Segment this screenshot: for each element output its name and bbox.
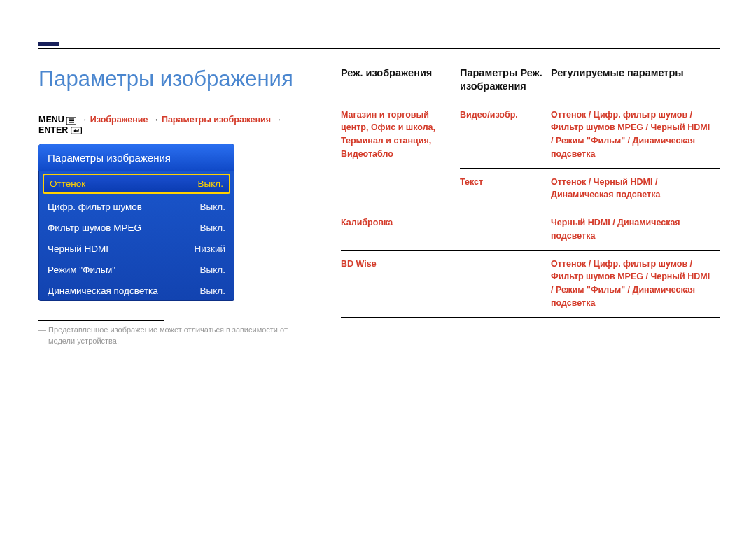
osd-row-value: Выкл. bbox=[200, 223, 225, 233]
table-cell-mode: BD Wise bbox=[341, 250, 460, 317]
breadcrumb-arrow-3: → bbox=[274, 115, 283, 125]
osd-row[interactable]: Динамическая подсветка Выкл. bbox=[38, 280, 234, 301]
enter-icon bbox=[71, 125, 82, 135]
osd-row-value: Выкл. bbox=[198, 178, 223, 189]
osd-row[interactable]: Режим "Фильм" Выкл. bbox=[38, 259, 234, 280]
osd-row-value: Низкий bbox=[195, 244, 225, 254]
table-cell-submode bbox=[460, 209, 551, 251]
osd-row[interactable]: Фильтр шумов MPEG Выкл. bbox=[38, 217, 234, 238]
breadcrumb-arrow-2: → bbox=[150, 115, 162, 125]
parameters-table: Реж. изображения Параметры Реж. изображе… bbox=[341, 66, 720, 318]
table-header-1: Реж. изображения bbox=[341, 66, 460, 101]
osd-row-value: Выкл. bbox=[200, 202, 225, 212]
osd-row-label: Режим "Фильм" bbox=[48, 265, 115, 275]
table-cell-mode: Магазин и торговый центр, Офис и школа, … bbox=[341, 101, 460, 209]
page-root: Параметры изображения MENU → Изображение… bbox=[0, 0, 756, 347]
osd-row-label: Черный HDMI bbox=[48, 244, 108, 254]
page-rule bbox=[38, 48, 720, 49]
osd-row-label: Динамическая подсветка bbox=[48, 286, 158, 296]
table-cell-params: Оттенок / Черный HDMI / Динамическая под… bbox=[551, 168, 720, 209]
breadcrumb-p1: Изображение bbox=[90, 115, 148, 125]
osd-row-value: Выкл. bbox=[200, 265, 225, 275]
osd-row[interactable]: Цифр. фильтр шумов Выкл. bbox=[38, 196, 234, 217]
left-column: Параметры изображения MENU → Изображение… bbox=[38, 66, 304, 347]
osd-row-label: Цифр. фильтр шумов bbox=[48, 202, 142, 212]
osd-row[interactable]: Черный HDMI Низкий bbox=[38, 238, 234, 259]
table-cell-submode: Текст bbox=[460, 168, 551, 209]
osd-row-selected[interactable]: Оттенок Выкл. bbox=[43, 174, 230, 194]
breadcrumb-menu: MENU bbox=[38, 115, 64, 125]
table-cell-mode: Калибровка bbox=[341, 209, 460, 251]
table-cell-submode: Видео/изобр. bbox=[460, 101, 551, 168]
right-column: Реж. изображения Параметры Реж. изображе… bbox=[341, 66, 720, 347]
table-cell-submode bbox=[460, 250, 551, 317]
osd-row-label: Фильтр шумов MPEG bbox=[48, 223, 141, 233]
table-cell-params: Оттенок / Цифр. фильтр шумов / Фильтр шу… bbox=[551, 250, 720, 317]
table-row: Магазин и торговый центр, Офис и школа, … bbox=[341, 101, 720, 168]
table-cell-params: Черный HDMI / Динамическая подсветка bbox=[551, 209, 720, 251]
osd-header: Параметры изображения bbox=[38, 144, 234, 171]
page-title: Параметры изображения bbox=[38, 66, 304, 92]
table-row: BD Wise Оттенок / Цифр. фильтр шумов / Ф… bbox=[341, 250, 720, 317]
breadcrumb: MENU → Изображение → Параметры изображен… bbox=[38, 115, 304, 135]
breadcrumb-p2: Параметры изображения bbox=[162, 115, 271, 125]
table-header-2: Параметры Реж. изображения bbox=[460, 66, 551, 101]
footnote-rule bbox=[38, 320, 164, 321]
breadcrumb-enter: ENTER bbox=[38, 125, 68, 135]
osd-menu: Параметры изображения Оттенок Выкл. Цифр… bbox=[38, 144, 234, 301]
footnote-text: ― Представленное изображение может отлич… bbox=[38, 325, 304, 347]
breadcrumb-arrow-1: → bbox=[79, 115, 90, 125]
table-row: Калибровка Черный HDMI / Динамическая по… bbox=[341, 209, 720, 251]
page-accent bbox=[38, 42, 59, 46]
content-row: Параметры изображения MENU → Изображение… bbox=[38, 66, 720, 347]
menu-icon bbox=[66, 115, 76, 125]
osd-row-label: Оттенок bbox=[50, 178, 85, 189]
table-cell-params: Оттенок / Цифр. фильтр шумов / Фильтр шу… bbox=[551, 101, 720, 168]
table-header-3: Регулируемые параметры bbox=[551, 66, 720, 101]
osd-row-value: Выкл. bbox=[200, 286, 225, 296]
